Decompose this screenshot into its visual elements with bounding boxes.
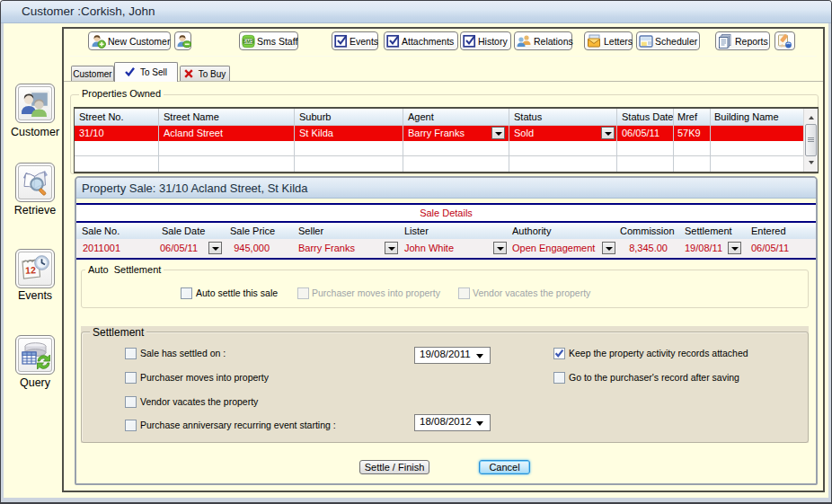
svg-text:SMS: SMS [243,39,254,44]
svg-text:12: 12 [25,264,36,276]
